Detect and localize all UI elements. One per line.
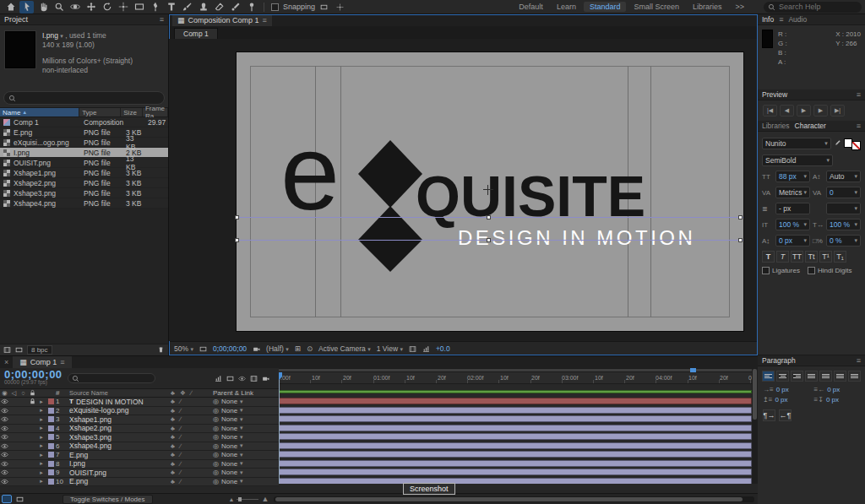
font-size-field[interactable]: 88 px▾ (775, 171, 810, 182)
layer-anchor-point[interactable] (483, 185, 493, 195)
column-name[interactable]: Name ▲ (0, 108, 79, 117)
layer-row[interactable]: ▸ 4 Xshape2.png ♣∕ ◎None▾ (0, 425, 279, 434)
zoom-in-mountain-icon[interactable]: ▲ (261, 495, 269, 503)
video-column-icon[interactable]: ◉ (0, 389, 9, 397)
layer-bar[interactable] (279, 425, 752, 431)
choose-grid-guides-icon[interactable] (199, 345, 207, 353)
baseline-shift-field[interactable]: 0 px▾ (775, 235, 810, 247)
workspace-standard[interactable]: Standard (584, 2, 627, 12)
workspace-default[interactable]: Default (513, 2, 549, 12)
lock-icon[interactable] (28, 398, 37, 405)
draft-3d-icon[interactable] (226, 375, 234, 382)
justify-all-button[interactable] (848, 371, 861, 382)
toggle-switches-modes-button[interactable]: Toggle Switches / Modes (63, 495, 153, 504)
layer-label-swatch[interactable] (48, 434, 54, 440)
project-bit-depth[interactable]: 8 bpc (27, 345, 52, 355)
panel-menu-icon[interactable]: ≡ (160, 15, 164, 24)
brush-tool-icon[interactable] (180, 1, 194, 14)
expander-icon[interactable]: ▸ (37, 469, 46, 476)
eye-icon[interactable] (0, 398, 9, 405)
switches-header[interactable]: ♣❖∕ (169, 389, 213, 397)
camera-select[interactable]: Active Camera ▾ (318, 344, 371, 353)
composition-panel-tab[interactable]: ▦ Composition Comp 1 ≡ (172, 14, 272, 26)
eye-icon[interactable] (0, 442, 9, 450)
parent-link-select[interactable]: ◎None▾ (213, 398, 279, 405)
all-caps-button[interactable]: TT (791, 251, 803, 263)
help-search[interactable] (764, 2, 862, 13)
layer-bar[interactable] (279, 442, 752, 449)
zoom-slider[interactable] (237, 499, 258, 500)
timeline-search-input[interactable] (82, 372, 150, 385)
tab-libraries[interactable]: Libraries (762, 122, 790, 130)
layer-bound-guide-top[interactable] (237, 217, 743, 218)
play-button[interactable]: ▶ (797, 105, 811, 117)
timeline-search[interactable] (68, 373, 155, 383)
space-after-field[interactable]: ≡↧0 px (814, 396, 861, 404)
hide-shy-layers-icon[interactable] (238, 375, 246, 382)
expander-icon[interactable]: ▸ (37, 425, 46, 431)
comp-current-time[interactable]: 0;00;00;00 (213, 344, 247, 353)
faux-bold-button[interactable]: T (762, 251, 775, 263)
timeline-current-time[interactable]: 0;00;00;00 (4, 371, 63, 378)
layer-bar[interactable] (279, 407, 752, 414)
snapping-checkbox[interactable] (271, 3, 279, 11)
eye-icon[interactable] (0, 425, 9, 432)
proportional-grid-icon[interactable] (317, 1, 331, 14)
preview-title[interactable]: Preview (762, 90, 787, 99)
justify-last-right-button[interactable] (834, 371, 846, 382)
subscript-button[interactable]: T₁ (834, 251, 846, 263)
audio-column-icon[interactable]: ◁ (9, 389, 19, 397)
layer-row[interactable]: ▸ 7 E.png ♣∕ ◎None▾ (0, 451, 279, 460)
font-family-select[interactable]: Nunito▾ (762, 138, 831, 149)
stroke-color-swatch[interactable] (851, 141, 861, 150)
hindi-digits-checkbox[interactable] (808, 267, 815, 274)
graph-editor-icon[interactable] (16, 496, 24, 503)
horizontal-scale-field[interactable]: 100 %▾ (826, 219, 861, 230)
layer-row[interactable]: ▸ 5 Xshape3.png ♣∕ ◎None▾ (0, 433, 279, 442)
project-row[interactable]: OUISIT.png PNG file13 KB (0, 158, 168, 168)
layer-row[interactable]: ▸ 1 TDESIGN IN MOTION ♣∕ ◎None▾ (0, 398, 279, 407)
stroke-width-field[interactable]: - px (775, 203, 810, 214)
panel-menu-icon[interactable]: ≡ (857, 90, 861, 99)
composition-viewer[interactable]: e QUISITE DESIGN IN MOTION (169, 39, 757, 341)
panel-menu-icon[interactable]: ≡ (857, 356, 861, 365)
expander-icon[interactable]: ▸ (37, 460, 46, 467)
faux-italic-button[interactable]: T (776, 251, 789, 263)
next-frame-button[interactable]: ▶ (813, 105, 828, 117)
pan-behind-tool-icon[interactable] (116, 1, 130, 14)
expander-icon[interactable]: ▸ (37, 442, 46, 449)
zoom-out-mountain-icon[interactable]: ▲ (229, 496, 235, 502)
selection-tool-icon[interactable] (19, 1, 34, 14)
align-left-button[interactable] (762, 371, 775, 382)
exposure-value[interactable]: +0.0 (436, 344, 450, 353)
column-size[interactable]: Size (121, 108, 143, 117)
work-area-bar[interactable] (279, 390, 752, 393)
expander-icon[interactable]: ▸ (37, 434, 46, 441)
superscript-button[interactable]: T¹ (819, 251, 832, 263)
region-of-interest-icon[interactable]: ⊞ (295, 344, 301, 353)
previous-frame-button[interactable]: ◀ (780, 105, 794, 117)
layer-bound-guide-bottom[interactable] (237, 240, 743, 241)
panel-menu-icon[interactable]: ≡ (263, 16, 267, 24)
parent-link-select[interactable]: ◎None▾ (213, 451, 279, 458)
layer-label-swatch[interactable] (48, 452, 54, 458)
layer-bar[interactable] (279, 415, 752, 422)
hand-tool-icon[interactable] (35, 1, 50, 14)
layer-bar[interactable] (279, 433, 752, 440)
layer-row[interactable]: ▸ 6 Xshape4.png ♣∕ ◎None▾ (0, 442, 279, 452)
eye-icon[interactable] (0, 478, 9, 485)
expander-icon[interactable]: ▸ (37, 398, 46, 405)
shape-tool-icon[interactable] (132, 1, 146, 14)
eye-icon[interactable] (0, 433, 9, 441)
timeline-track-area[interactable]: :00f 10f 20f 01:00f 10f 20f 02:00f 10f 2… (279, 368, 752, 484)
project-row[interactable]: Xshape1.png PNG file3 KB (0, 168, 168, 178)
motion-blur-icon[interactable] (262, 375, 269, 382)
timeline-zoom-control[interactable]: ▲ ▲ (229, 495, 269, 503)
layer-label-swatch[interactable] (48, 443, 54, 449)
ligatures-checkbox[interactable] (762, 267, 770, 274)
help-search-input[interactable] (779, 3, 851, 11)
layer-row[interactable]: ▸ 10 E.png ♣∕ ◎None▾ (0, 478, 279, 487)
stroke-style-select[interactable]: ▾ (826, 203, 861, 214)
parent-link-select[interactable]: ◎None▾ (213, 425, 279, 432)
roto-brush-tool-icon[interactable] (228, 1, 242, 14)
